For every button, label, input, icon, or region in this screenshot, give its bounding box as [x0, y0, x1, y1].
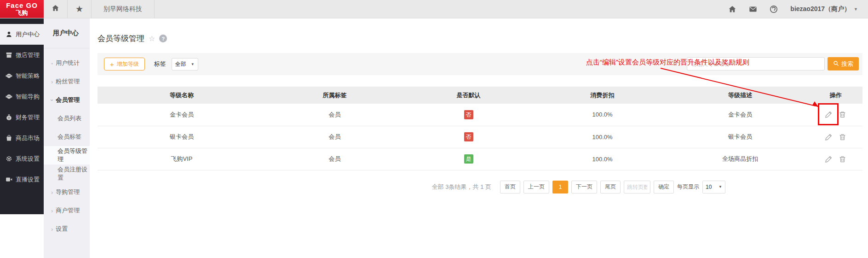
topbar-right: biezao2017（商户） ▼ — [728, 0, 868, 18]
add-level-button[interactable]: + 增加等级 — [104, 58, 145, 70]
submenu-item-label: 会员等级管理 — [57, 147, 90, 164]
live-icon — [6, 176, 12, 183]
sidebar-item-finance-4[interactable]: 财务管理 — [0, 107, 44, 128]
search-icon — [833, 60, 839, 68]
gear-icon — [6, 155, 12, 162]
delete-icon[interactable] — [839, 155, 846, 163]
prev-page-button[interactable]: 上一页 — [523, 181, 549, 194]
topbar-home-button[interactable] — [44, 0, 68, 18]
primary-sidebar: 用户中心微店管理智能策略智能导购财务管理商品市场系统设置直播设置 — [0, 18, 44, 214]
market-icon — [6, 135, 12, 141]
sidebar-item-live-7[interactable]: 直播设置 — [0, 169, 44, 190]
pagination: 全部 3条结果，共 1 页 首页 上一页 1 下一页 尾页 确定 每页显示 10… — [90, 181, 868, 194]
result-summary: 全部 3条结果，共 1 页 — [432, 183, 491, 191]
level-name: 金卡会员 — [98, 104, 266, 126]
default-badge: 是 — [464, 154, 473, 164]
company-name: 别早网络科技 — [92, 0, 155, 18]
sidebar-item-label: 财务管理 — [16, 113, 40, 122]
submenu-item-label: 粉丝管理 — [56, 77, 80, 86]
submenu-item-4[interactable]: 会员标签 — [44, 128, 90, 146]
sidebar-item-label: 商品市场 — [16, 134, 40, 142]
submenu-item-5[interactable]: 会员等级管理 — [44, 146, 90, 164]
submenu-item-2[interactable]: ›会员管理 — [44, 91, 90, 109]
chevron-down-icon: ▼ — [719, 185, 722, 189]
column-header: 操作 — [809, 87, 862, 104]
jump-confirm-button[interactable]: 确定 — [654, 181, 674, 194]
submenu-item-0[interactable]: ●用户统计 — [44, 54, 90, 72]
chevron-right-icon: › — [51, 189, 53, 196]
row-actions — [809, 133, 862, 141]
submenu-item-7[interactable]: ›导购管理 — [44, 183, 90, 201]
page-title: 会员等级管理 — [98, 33, 144, 44]
chevron-down-icon: › — [49, 99, 56, 101]
help-icon[interactable]: ? — [159, 35, 167, 42]
sidebar-item-market-5[interactable]: 商品市场 — [0, 128, 44, 148]
sidebar-item-user-0[interactable]: 用户中心 — [0, 24, 44, 45]
user-menu[interactable]: biezao2017（商户） ▼ — [790, 5, 858, 13]
username: biezao2017（商户） — [790, 5, 851, 13]
main-content: 会员等级管理 ☆ ? + 增加等级 标签 全部 ▼ 搜索 — [90, 18, 868, 258]
star-icon: ★ — [75, 4, 83, 14]
edit-icon[interactable] — [825, 133, 833, 141]
submenu-item-9[interactable]: ›设置 — [44, 220, 90, 238]
bullet-icon: ● — [51, 62, 53, 65]
level-desc: 金卡会员 — [671, 104, 809, 126]
robot-icon — [6, 72, 12, 79]
first-page-button[interactable]: 首页 — [500, 181, 520, 194]
column-header: 等级名称 — [98, 87, 266, 104]
tag-filter-select[interactable]: 全部 ▼ — [172, 58, 198, 70]
mail-icon[interactable] — [749, 5, 757, 13]
submenu-item-1[interactable]: ›粉丝管理 — [44, 72, 90, 91]
sidebar-item-label: 用户中心 — [16, 30, 40, 39]
chevron-down-icon: ▼ — [191, 62, 195, 66]
row-actions — [809, 111, 862, 118]
chevron-right-icon: › — [51, 78, 53, 85]
topbar: Face GO 飞购 ★ 别早网络科技 biezao2017（商户） ▼ — [0, 0, 868, 18]
jump-page-input[interactable] — [624, 181, 650, 194]
level-desc: 银卡会员 — [671, 126, 809, 148]
column-header: 是否默认 — [403, 87, 534, 104]
search-input[interactable] — [687, 57, 825, 70]
home-icon — [52, 4, 59, 14]
edit-icon[interactable] — [825, 155, 833, 163]
next-page-button[interactable]: 下一页 — [571, 181, 597, 194]
submenu-item-label: 用户统计 — [56, 59, 80, 67]
per-page-select[interactable]: 10 ▼ — [702, 181, 725, 194]
sidebar-item-label: 系统设置 — [16, 155, 40, 163]
column-header: 等级描述 — [671, 87, 809, 104]
delete-icon[interactable] — [839, 111, 846, 118]
level-tag: 会员 — [266, 148, 403, 170]
level-desc: 全场商品折扣 — [671, 148, 809, 170]
page-header: 会员等级管理 ☆ ? — [98, 33, 868, 44]
topbar-favorite-button[interactable]: ★ — [68, 0, 92, 18]
home-icon[interactable] — [728, 5, 736, 13]
robot2-icon — [6, 93, 12, 100]
search-button[interactable]: 搜索 — [828, 57, 859, 70]
favorite-star-icon[interactable]: ☆ — [149, 34, 155, 43]
sidebar-item-label: 智能策略 — [16, 72, 40, 80]
avatar-icon[interactable] — [770, 5, 778, 13]
user-icon — [6, 31, 12, 38]
column-header: 所属标签 — [266, 87, 403, 104]
chevron-right-icon: › — [51, 207, 53, 214]
table-header: 等级名称所属标签是否默认消费折扣等级描述操作 — [98, 87, 862, 104]
default-cell: 否 — [403, 104, 534, 126]
edit-icon[interactable] — [825, 111, 833, 118]
sidebar-item-label: 智能导购 — [16, 93, 40, 101]
default-cell: 否 — [403, 126, 534, 148]
delete-icon[interactable] — [839, 133, 846, 141]
sidebar-item-gear-6[interactable]: 系统设置 — [0, 148, 44, 169]
current-page-button[interactable]: 1 — [552, 181, 568, 194]
submenu-item-label: 会员标签 — [57, 133, 81, 141]
submenu-item-3[interactable]: 会员列表 — [44, 109, 90, 128]
level-tag: 会员 — [266, 104, 403, 126]
sidebar-item-robot-2[interactable]: 智能策略 — [0, 65, 44, 86]
submenu-item-6[interactable]: 会员注册设置 — [44, 164, 90, 183]
submenu-item-8[interactable]: ›商户管理 — [44, 201, 90, 220]
sidebar-item-store-1[interactable]: 微店管理 — [0, 45, 44, 65]
levels-table: 等级名称所属标签是否默认消费折扣等级描述操作 金卡会员会员否100.0%金卡会员… — [98, 87, 862, 170]
plus-icon: + — [110, 61, 114, 68]
last-page-button[interactable]: 尾页 — [600, 181, 621, 194]
sidebar-item-robot2-3[interactable]: 智能导购 — [0, 86, 44, 107]
table-row: 银卡会员会员否100.0%银卡会员 — [98, 126, 862, 148]
